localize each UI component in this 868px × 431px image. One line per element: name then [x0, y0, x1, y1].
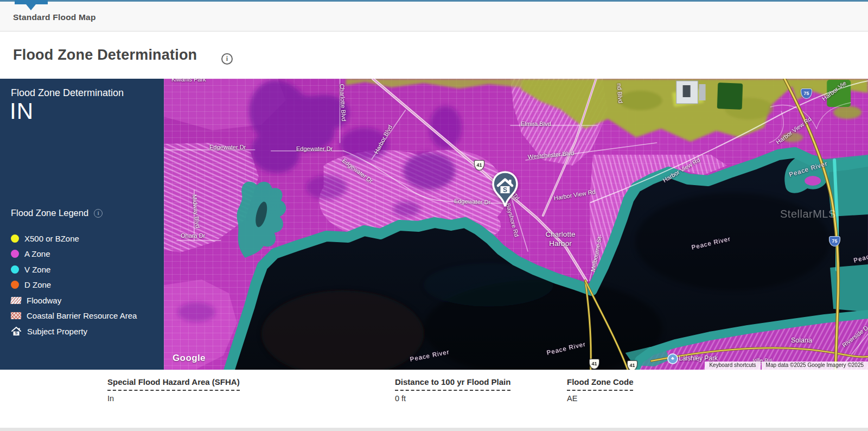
- active-tab-caret-icon: [26, 4, 36, 10]
- flood-zone-legend: X500 or BZoneA ZoneV ZoneD ZoneFloodwayC…: [11, 231, 158, 339]
- legend-title: Flood Zone Legend: [11, 208, 88, 218]
- determination-value: IN: [10, 98, 34, 124]
- legend-item-label: V Zone: [24, 265, 50, 274]
- subject-property-house-icon: S: [11, 326, 22, 337]
- info-icon[interactable]: i: [221, 53, 233, 65]
- stat-label: Flood Zone Code: [567, 377, 633, 391]
- flood-map-canvas[interactable]: Kiwanis ParkEdgewater DrEdgewater DrChar…: [164, 79, 868, 370]
- stats-row: Special Flood Hazard Area (SFHA)InDistan…: [0, 370, 868, 431]
- content: Flood Zone Determination IN Flood Zone L…: [0, 79, 868, 370]
- legend-item-label: Coastal Barrier Resource Area: [27, 311, 137, 320]
- map-data-attribution: Map data ©2025 Google Imagery ©2025: [762, 362, 868, 370]
- legend-item: Coastal Barrier Resource Area: [11, 308, 158, 324]
- panel-title: Flood Zone Determination: [11, 87, 124, 99]
- legend-info-icon[interactable]: i: [94, 209, 103, 218]
- legend-dot-swatch: [11, 281, 19, 289]
- coastal-barrier-hatch-swatch: [11, 312, 21, 319]
- flood-map-page: Standard Flood Map Flood Zone Determinat…: [0, 0, 868, 431]
- legend-dot-swatch: [11, 265, 19, 274]
- map-attribution: Keyboard shortcuts Map data ©2025 Google…: [705, 362, 868, 370]
- stat-label: Distance to 100 yr Flood Plain: [395, 377, 510, 391]
- google-logo[interactable]: Google: [173, 353, 206, 364]
- top-accent-line: [0, 0, 868, 2]
- flood-determination-panel: Flood Zone Determination IN Flood Zone L…: [0, 79, 164, 370]
- svg-text:S: S: [15, 331, 17, 335]
- us-route-41-shield-icon: 41: [627, 360, 637, 370]
- tab-bar: Standard Flood Map: [0, 0, 868, 31]
- subject-property-pin[interactable]: S: [492, 171, 518, 208]
- stellar-mls-watermark: StellarMLS: [780, 208, 836, 220]
- legend-item: A Zone: [11, 246, 158, 262]
- legend-item: SSubject Property: [11, 324, 158, 339]
- active-tab-indicator: [15, 0, 48, 4]
- map-imagery: [164, 79, 868, 370]
- legend-item-label: D Zone: [24, 280, 51, 289]
- legend-item-label: A Zone: [24, 249, 50, 258]
- stat-value: 0 ft: [395, 394, 406, 403]
- legend-item: X500 or BZone: [11, 231, 158, 246]
- stat-value: In: [107, 394, 114, 403]
- legend-item-label: Subject Property: [27, 327, 87, 336]
- heading-row: Flood Zone Determination i: [0, 31, 868, 79]
- tab-standard-flood-map[interactable]: Standard Flood Map: [13, 12, 96, 22]
- legend-item: V Zone: [11, 262, 158, 277]
- footer-strip: [0, 428, 868, 431]
- legend-dot-swatch: [11, 250, 19, 258]
- stat-value: AE: [567, 394, 577, 403]
- keyboard-shortcuts-link[interactable]: Keyboard shortcuts: [705, 362, 760, 370]
- legend-item-label: Floodway: [27, 296, 61, 305]
- legend-item: D Zone: [11, 277, 158, 293]
- legend-item: Floodway: [11, 293, 158, 308]
- park-poi-icon[interactable]: ♣: [667, 353, 678, 364]
- legend-item-label: X500 or BZone: [24, 234, 79, 243]
- subject-property-pin-icon: S: [492, 171, 518, 208]
- legend-dot-swatch: [11, 234, 19, 243]
- stat-label: Special Flood Hazard Area (SFHA): [107, 377, 240, 391]
- svg-text:S: S: [503, 186, 507, 194]
- floodway-hatch-swatch: [10, 297, 22, 304]
- page-title: Flood Zone Determination: [13, 47, 197, 64]
